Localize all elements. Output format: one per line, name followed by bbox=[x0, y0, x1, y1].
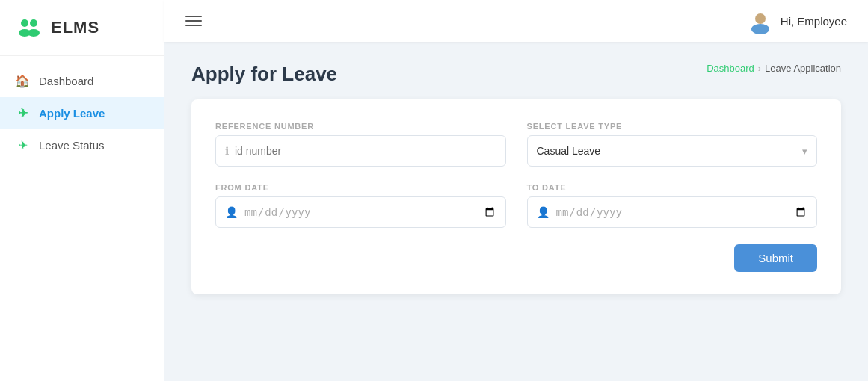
logo-icon bbox=[15, 13, 43, 42]
breadcrumb-link[interactable]: Dashboard bbox=[707, 63, 754, 74]
apply-leave-icon: ✈ bbox=[15, 106, 30, 120]
breadcrumb: Dashboard › Leave Application bbox=[707, 63, 841, 74]
sidebar-item-apply-leave[interactable]: ✈ Apply Leave bbox=[0, 97, 164, 129]
main-area: Hi, Employee Apply for Leave Dashboard ›… bbox=[164, 0, 868, 381]
sidebar-item-label-leave-status: Leave Status bbox=[39, 139, 105, 152]
leave-type-select-wrapper: Casual Leave Sick Leave Annual Leave Mat… bbox=[527, 135, 818, 167]
topbar: Hi, Employee bbox=[164, 0, 868, 42]
leave-type-label: SELECT LEAVE TYPE bbox=[527, 122, 818, 131]
user-info: Hi, Employee bbox=[748, 8, 847, 34]
breadcrumb-current: Leave Application bbox=[765, 63, 841, 74]
svg-point-0 bbox=[21, 19, 28, 27]
submit-button[interactable]: Submit bbox=[734, 244, 817, 272]
form-row-1: REFERENCE NUMBER ℹ SELECT LEAVE TYPE Cas… bbox=[215, 122, 817, 167]
sidebar-logo: ELMS bbox=[0, 0, 164, 56]
leave-status-icon: ✈ bbox=[15, 138, 30, 152]
form-row-2: FROM DATE 👤 TO DATE 👤 bbox=[215, 183, 817, 228]
content-area: Apply for Leave Dashboard › Leave Applic… bbox=[164, 42, 868, 381]
hamburger-button[interactable] bbox=[185, 16, 202, 26]
sidebar-item-dashboard[interactable]: 🏠 Dashboard bbox=[0, 65, 164, 97]
reference-number-group: REFERENCE NUMBER ℹ bbox=[215, 122, 506, 167]
svg-point-1 bbox=[30, 19, 37, 27]
svg-point-3 bbox=[28, 29, 40, 37]
sidebar-item-leave-status[interactable]: ✈ Leave Status bbox=[0, 129, 164, 161]
chevron-down-icon: ▾ bbox=[802, 146, 807, 157]
from-date-input[interactable] bbox=[244, 205, 496, 219]
svg-point-4 bbox=[755, 13, 766, 24]
from-date-group: FROM DATE 👤 bbox=[215, 183, 506, 228]
sidebar-item-label-dashboard: Dashboard bbox=[39, 75, 93, 87]
user-greeting: Hi, Employee bbox=[781, 15, 847, 28]
reference-number-input[interactable] bbox=[235, 145, 496, 157]
breadcrumb-row: Apply for Leave Dashboard › Leave Applic… bbox=[191, 63, 841, 86]
from-date-label: FROM DATE bbox=[215, 183, 506, 192]
reference-number-label: REFERENCE NUMBER bbox=[215, 122, 506, 131]
leave-type-select[interactable]: Casual Leave Sick Leave Annual Leave Mat… bbox=[537, 145, 803, 157]
from-date-input-wrapper: 👤 bbox=[215, 196, 506, 228]
to-date-label: TO DATE bbox=[527, 183, 818, 192]
breadcrumb-separator: › bbox=[758, 63, 761, 74]
person-icon-to: 👤 bbox=[537, 206, 550, 218]
to-date-input-wrapper: 👤 bbox=[527, 196, 818, 228]
to-date-group: TO DATE 👤 bbox=[527, 183, 818, 228]
hamburger-line-2 bbox=[185, 20, 202, 22]
form-card: REFERENCE NUMBER ℹ SELECT LEAVE TYPE Cas… bbox=[191, 99, 841, 294]
user-avatar-icon bbox=[748, 8, 773, 34]
sidebar: ELMS 🏠 Dashboard ✈ Apply Leave ✈ Leave S… bbox=[0, 0, 164, 381]
hamburger-line-3 bbox=[185, 25, 202, 26]
sidebar-nav: 🏠 Dashboard ✈ Apply Leave ✈ Leave Status bbox=[0, 56, 164, 161]
page-title: Apply for Leave bbox=[191, 63, 337, 86]
app-name: ELMS bbox=[51, 18, 99, 37]
dashboard-icon: 🏠 bbox=[15, 74, 30, 88]
person-icon-from: 👤 bbox=[225, 206, 238, 218]
leave-type-group: SELECT LEAVE TYPE Casual Leave Sick Leav… bbox=[527, 122, 818, 167]
reference-number-input-wrapper: ℹ bbox=[215, 135, 506, 167]
info-icon: ℹ bbox=[225, 145, 229, 157]
svg-point-5 bbox=[751, 24, 769, 34]
sidebar-item-label-apply-leave: Apply Leave bbox=[39, 107, 105, 120]
submit-row: Submit bbox=[215, 244, 817, 272]
hamburger-line-1 bbox=[185, 16, 202, 17]
to-date-input[interactable] bbox=[555, 205, 808, 219]
